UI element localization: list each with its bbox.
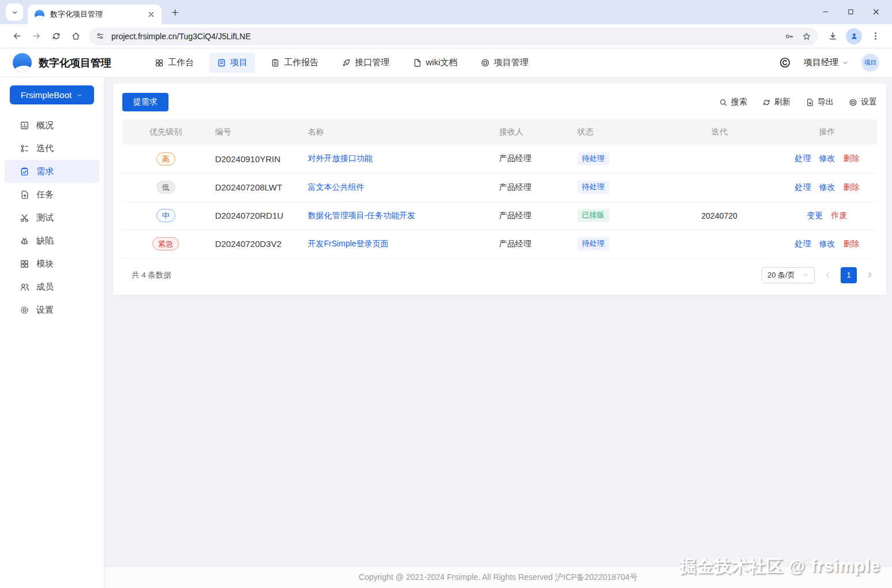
tool-label: 导出 [818,97,834,107]
task-icon [20,190,29,200]
overview-icon [20,121,29,130]
target-icon [849,98,857,107]
app-header: 数字化项目管理 工作台项目工作报告接口管理wiki文档项目管理 项目经理 项目 [0,48,892,77]
bookmark-star-icon[interactable] [802,32,811,41]
new-tab-button[interactable] [171,8,179,17]
requirement-name-link[interactable]: 对外开放接口功能 [308,153,372,163]
project-selector-button[interactable]: FrsimpleBoot [10,85,94,104]
kebab-menu-icon [871,31,880,41]
nav-item-workbench[interactable]: 工作台 [147,53,201,73]
add-requirement-button[interactable]: 提需求 [122,93,168,111]
page-size-select[interactable]: 20 条/页 [762,267,815,283]
forward-button[interactable] [27,27,46,46]
refresh-tool-button[interactable]: 刷新 [762,97,790,107]
page-number-button[interactable]: 1 [841,267,857,283]
gear-icon [20,305,29,315]
copyright-text: Copyright @ 2021-2024 Frsimple. All Righ… [359,572,638,583]
requirement-name-link[interactable]: 数据化管理项目-任务功能开发 [308,211,415,220]
person-icon [850,32,859,40]
action-link[interactable]: 修改 [819,239,835,248]
app-logo [13,53,32,72]
action-link[interactable]: 作废 [831,211,848,220]
iteration-cell: 20240720 [661,201,777,230]
sidebar-item-label: 模块 [36,259,54,269]
priority-badge: 中 [156,209,175,222]
column-header: 名称 [302,119,493,145]
settings-tool-button[interactable]: 设置 [849,97,877,107]
requirement-code: D202407208LWT [209,173,302,201]
url-text[interactable]: project.frsimple.cn/Tug3CiQ4/J5LifLNE [111,32,785,41]
members-icon [20,282,29,292]
export-tool-button[interactable]: 导出 [805,97,834,107]
reload-button[interactable] [46,27,66,46]
requirement-name-link[interactable]: 开发FrSimple登录页面 [308,239,388,248]
nav-item-project[interactable]: 项目 [209,53,255,73]
browser-tabstrip: 数字化项目管理 [0,0,892,24]
requirement-name-link[interactable]: 富文本公共组件 [308,182,364,192]
sidebar-item-defect[interactable]: 缺陷 [5,229,99,252]
project-selector-label: FrsimpleBoot [21,90,72,100]
search-tool-button[interactable]: 搜索 [719,97,747,107]
back-button[interactable] [7,27,27,46]
url-bar[interactable]: project.frsimple.cn/Tug3CiQ4/J5LifLNE [89,28,818,45]
table-row: 紧急D20240720D3V2开发FrSimple登录页面产品经理待处理处理修改… [122,230,877,258]
user-avatar[interactable]: 项目 [861,54,879,72]
action-link[interactable]: 变更 [807,211,823,220]
action-link[interactable]: 修改 [819,153,835,163]
password-key-icon[interactable] [785,32,794,41]
iteration-cell [661,230,777,258]
file-icon [413,58,422,68]
action-link[interactable]: 处理 [795,239,811,248]
window-minimize-button[interactable] [812,2,838,21]
sidebar-item-settings[interactable]: 设置 [5,298,99,321]
home-button[interactable] [66,27,85,46]
status-badge: 待处理 [578,152,609,165]
requirement-code: D20240910YRIN [209,145,302,173]
nav-item-label: wiki文档 [426,57,458,68]
action-link[interactable]: 处理 [795,153,811,163]
forward-icon [32,31,42,41]
requirements-card: 提需求 搜索刷新导出设置 优先级别编号名称接收人状态迭代操作 高D2024091… [113,84,886,295]
sidebar-item-iteration[interactable]: 迭代 [5,137,99,160]
chevron-down-icon [803,272,809,278]
action-link[interactable]: 删除 [844,239,860,248]
sidebar-item-test[interactable]: 测试 [5,206,99,229]
nav-item-project-management[interactable]: 项目管理 [473,53,536,73]
sidebar-item-task[interactable]: 任务 [5,183,99,206]
browser-menu-button[interactable] [865,27,885,46]
sidebar-item-overview[interactable]: 概况 [5,114,99,137]
status-badge: 待处理 [578,237,609,250]
prev-page-button[interactable] [822,269,834,281]
target-icon [481,58,490,68]
requirements-table: 优先级别编号名称接收人状态迭代操作 高D20240910YRIN对外开放接口功能… [122,119,877,259]
copyright-icon[interactable] [779,57,791,69]
browser-tab[interactable]: 数字化项目管理 [28,5,162,24]
browser-toolbar: project.frsimple.cn/Tug3CiQ4/J5LifLNE [0,24,892,48]
downloads-button[interactable] [823,27,842,46]
nav-item-work-report[interactable]: 工作报告 [263,53,326,73]
window-maximize-button[interactable] [838,2,863,21]
export-icon [805,98,814,107]
site-info-icon[interactable] [96,32,104,40]
iteration-icon [20,144,29,153]
tab-close-icon[interactable] [145,9,157,20]
tab-search-button[interactable] [6,3,23,21]
sidebar-item-members[interactable]: 成员 [5,275,99,298]
nav-item-api-management[interactable]: 接口管理 [334,53,397,73]
action-link[interactable]: 删除 [844,153,860,163]
nav-item-label: 工作报告 [284,57,318,68]
table-header-row: 优先级别编号名称接收人状态迭代操作 [122,119,877,145]
action-link[interactable]: 处理 [795,182,811,192]
window-close-button[interactable] [863,2,889,21]
browser-profile-avatar[interactable] [846,28,862,44]
reload-icon [51,31,61,41]
nav-item-wiki-docs[interactable]: wiki文档 [405,53,465,73]
sidebar-item-module[interactable]: 模块 [5,252,99,275]
table-row: 低D202407208LWT富文本公共组件产品经理待处理处理修改删除 [122,173,877,201]
sidebar-item-requirement[interactable]: 需求 [5,160,99,183]
next-page-button[interactable] [864,269,876,281]
maximize-icon [847,8,854,16]
action-link[interactable]: 修改 [819,182,835,192]
user-role-dropdown[interactable]: 项目经理 [804,57,849,68]
action-link[interactable]: 删除 [844,182,860,192]
